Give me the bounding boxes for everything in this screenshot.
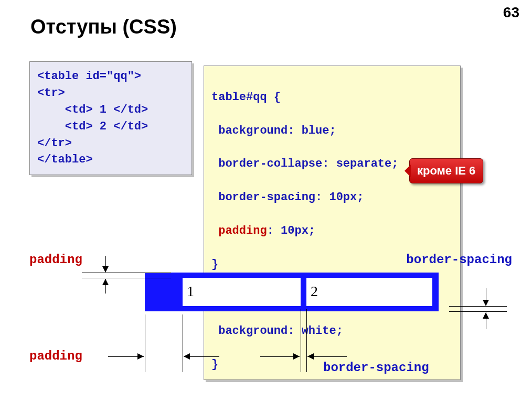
slide-title: Отступы (CSS) (30, 16, 177, 38)
arrow-down-icon (483, 300, 489, 306)
table-cell-2: 2 (306, 278, 432, 306)
css-line: table#qq { (211, 91, 281, 104)
measure-line (301, 309, 301, 372)
arrow-down-icon (102, 266, 109, 273)
highlighted-property: padding (218, 224, 267, 237)
callout-note: кроме IE 6 (409, 158, 483, 183)
table-cell-1: 1 (183, 278, 301, 306)
html-code-block: <table id="qq"> <tr> <td> 1 </td> <td> 2… (29, 61, 192, 175)
measure-line (449, 306, 507, 307)
label-padding-bottom: padding (29, 349, 82, 363)
css-line: border-collapse: separate; (211, 157, 398, 170)
label-border-spacing-top: border-spacing (406, 253, 512, 267)
css-line: padding: 10px; (211, 224, 315, 237)
measure-line (183, 314, 183, 372)
arrow-up-icon (102, 279, 109, 285)
measure-line (449, 311, 507, 312)
table-border-box: 1 2 (145, 273, 439, 311)
measure-line (145, 314, 145, 372)
padding-diagram: padding border-spacing 1 2 padding borde… (29, 252, 512, 388)
measure-line (82, 278, 171, 278)
label-border-spacing-bottom: border-spacing (323, 361, 429, 375)
label-padding-top: padding (29, 253, 82, 267)
css-line: border-spacing: 10px; (211, 191, 364, 204)
page-number: 63 (503, 4, 519, 21)
measure-line (306, 309, 307, 372)
arrow-up-icon (483, 312, 489, 319)
arrow-left-icon (307, 353, 314, 360)
arrow-left-icon (184, 353, 190, 360)
css-line: background: blue; (211, 124, 336, 137)
arrow-right-icon (137, 353, 144, 360)
measure-line (82, 273, 171, 273)
arrow-right-icon (293, 353, 300, 360)
